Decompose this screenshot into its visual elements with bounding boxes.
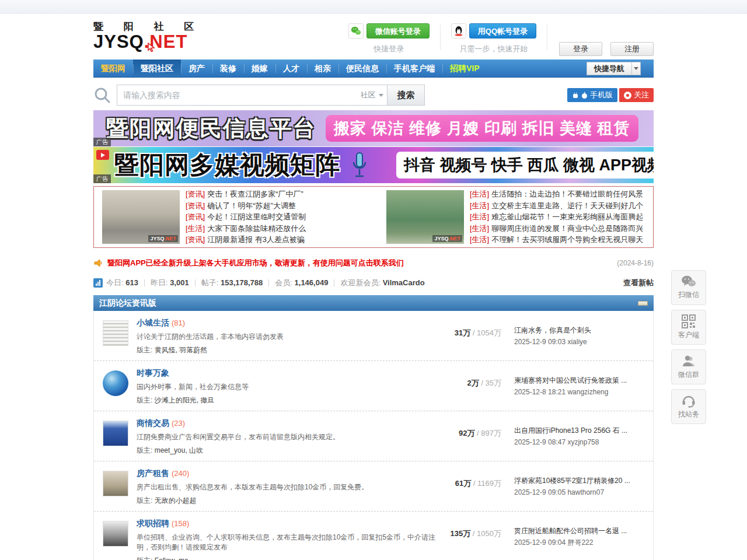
forum-description: 国内外时事，新闻，社会万象信息等: [137, 382, 438, 392]
forum-description: 讨论关于江阴的生活话题，非本地内容请勿发表: [137, 332, 438, 342]
nav-item-zhuangxiu[interactable]: 装修: [212, 60, 244, 77]
stat-members: 会员: 1,146,049: [275, 278, 328, 288]
site-logo[interactable]: 暨 阳 社 区 JYSQ.NET: [93, 20, 203, 51]
forum-row-xiaochengshenghuo[interactable]: 小城生活(81) 讨论关于江阴的生活话题，非本地内容请勿发表 版主: 黄风怪, …: [94, 311, 653, 361]
nav-item-hunjia[interactable]: 婚嫁: [244, 60, 275, 77]
wechat-login-hint: 快捷登录: [348, 44, 430, 54]
news-link[interactable]: [生活]聊聊周庄街道的发展！商业中心总是随路而兴: [470, 223, 661, 235]
forum-stats-bar: 今日: 613 昨日: 3,001 帖子: 153,178,788 会员: 1,…: [93, 276, 654, 289]
forum-title[interactable]: 小城生活(81): [137, 318, 438, 328]
news-link[interactable]: [资讯]突击！夜查江阴多家“厂中厂”: [186, 188, 381, 200]
contact-staff-button[interactable]: 找站务: [671, 389, 706, 424]
forum-icon-people: [103, 521, 128, 547]
news-link[interactable]: [生活]立交桥主车道里走路、逆行！天天碰到好几个: [470, 200, 661, 212]
news-link[interactable]: [资讯]江阴最新通报 有3人差点被骗: [186, 234, 381, 246]
qrcode-icon: [682, 314, 696, 328]
announcement-text[interactable]: 暨阳网APP已经全新升级上架各大手机应用市场，敬请更新，有使用问题可点击联系我们: [107, 258, 404, 268]
stat-yesterday: 昨日: 3,001: [151, 278, 189, 288]
nav-item-jysq[interactable]: 暨阳社区: [133, 60, 181, 77]
ad-banner-convenience[interactable]: 暨阳网便民信息平台 搬家 保洁 维修 月嫂 印刷 拆旧 美缝 租赁 广告: [93, 110, 654, 146]
nav-item-bianmin[interactable]: 便民信息: [338, 60, 386, 77]
search-input[interactable]: [117, 85, 357, 105]
quick-nav-button[interactable]: 快捷导航: [587, 62, 641, 75]
forum-row-fangchanzushou[interactable]: 房产租售(240) 房产出租出售、求购信息发布，本版发布主题每次扣除10金币，回…: [94, 461, 653, 512]
forum-title[interactable]: 时事万象: [137, 368, 438, 379]
search-scope-dropdown[interactable]: 社区: [357, 85, 387, 105]
news-link[interactable]: [资讯]确认了！明年“苏超”大调整: [186, 200, 381, 212]
chevron-down-icon[interactable]: [632, 62, 641, 75]
forum-lastpost[interactable]: 柬埔寨将对中国公民试行免签政策 ... 2025-12-8 18:21 wang…: [514, 368, 644, 405]
forum-title[interactable]: 房产租售(240): [137, 468, 438, 479]
forum-row-shishiwanxiang[interactable]: 时事万象 国内外时事，新闻，社会万象信息等 版主: 沙滩上的阳光, 撒旦 2万 …: [94, 361, 653, 411]
qq-icon: [451, 23, 466, 38]
ad-tag: 广告: [93, 174, 111, 183]
banner1-items: 搬家 保洁 维修 月嫂 印刷 拆旧 美缝 租赁: [326, 115, 638, 142]
follow-weibo-button[interactable]: 关注: [619, 88, 654, 102]
forum-list: 小城生活(81) 讨论关于江阴的生活话题，非本地内容请勿发表 版主: 黄风怪, …: [93, 311, 654, 560]
forum-moderators: 版主: 沙滩上的阳光, 撒旦: [137, 396, 438, 405]
forum-lastpost[interactable]: 浮桥家苑10楼85平2室1厅精装修20 ... 2025-12-9 09:05 …: [514, 468, 644, 506]
nav-item-zhaopin-vip[interactable]: 招聘VIP: [442, 60, 487, 77]
login-area: 微信账号登录 快捷登录 用QQ帐号登录 只需一步，快速开始 登录 注册: [338, 23, 654, 56]
stat-newest-member[interactable]: 欢迎新会员: VilmaCardo: [340, 278, 424, 288]
wechat-login-button[interactable]: 微信账号登录: [366, 23, 430, 38]
forum-stats: 61万 / 1169万: [438, 468, 514, 506]
logo-english: JYSQ.NET: [93, 33, 203, 51]
news-section: JYSQ.NET [资讯]突击！夜查江阴多家“厂中厂” [资讯]确认了！明年“苏…: [93, 186, 654, 248]
forum-row-qiuzhizhaopin[interactable]: 求职招聘(158) 单位招聘、企业咨询、个人求职等相关信息，发布主题每次扣除10…: [94, 512, 653, 560]
ad-banner-video-matrix[interactable]: 暨阳网多媒视频矩阵 抖音 视频号 快手 西瓜 微视 APP视频 广告: [93, 147, 654, 183]
view-new-posts-link[interactable]: 查看新帖: [623, 278, 654, 288]
banner1-title: 暨阳网便民信息平台: [106, 114, 316, 144]
news-link[interactable]: [生活]不理解！去买羽绒服两个导购全程无视只聊天: [470, 234, 661, 246]
scan-wechat-button[interactable]: 扫微信: [671, 270, 706, 305]
forum-stats: 135万 / 1050万: [438, 519, 514, 560]
forum-icon-newspaper: [103, 320, 128, 346]
forum-row-shangqingjiaoyi[interactable]: 商情交易(23) 江阴免费商业广告和闲置交易平台，发布前请留意版内相关规定。 版…: [94, 411, 653, 461]
microphone-icon: [351, 152, 368, 178]
wechat-group-button[interactable]: 微信群: [671, 349, 706, 384]
news-link[interactable]: [资讯]今起！江阴这里临时交通管制: [186, 211, 381, 223]
forum-moderators: 版主: meet_you, 山吹: [137, 446, 438, 456]
watermark: JYSQ.NET: [432, 235, 462, 242]
nav-item-jyw[interactable]: 暨阳网: [93, 60, 133, 77]
news-thumbnail-factory[interactable]: JYSQ.NET: [102, 190, 180, 244]
ad-tag: 广告: [93, 138, 111, 146]
qq-login-button[interactable]: 用QQ帐号登录: [469, 23, 536, 38]
wechat-icon: [348, 23, 364, 38]
wechat-icon: [681, 275, 696, 288]
nav-item-mobile-client[interactable]: 手机客户端: [386, 60, 442, 77]
login-button[interactable]: 登录: [559, 42, 602, 56]
group-icon: [681, 354, 696, 368]
forum-lastpost[interactable]: 江南水务，你真是个刺头 2025-12-9 09:03 xialiye: [514, 318, 644, 355]
forum-category-header: 江阴论坛资讯版: [93, 295, 654, 311]
search-icon: [93, 86, 111, 104]
register-button[interactable]: 注册: [610, 42, 654, 56]
forum-stats: 31万 / 1054万: [438, 318, 514, 355]
forum-title[interactable]: 求职招聘(158): [137, 519, 438, 529]
page-container: 暨 阳 社 区 JYSQ.NET 微信账号登录 快捷登录: [93, 0, 654, 560]
announcement-bar: 暨阳网APP已经全新升级上架各大手机应用市场，敬请更新，有使用问题可点击联系我们…: [93, 256, 654, 270]
nav-item-fangchan[interactable]: 房产: [181, 60, 212, 77]
forum-title[interactable]: 商情交易(23): [137, 418, 438, 429]
forum-lastpost[interactable]: 贯庄附近船舶配件公司招聘一名退 ... 2025-12-9 09:04 胖哥22…: [514, 519, 644, 560]
weibo-icon: [624, 92, 631, 99]
news-link[interactable]: [生活]难忘釜山烟花节！一束束光彩绚丽从海面腾起: [470, 211, 661, 223]
search-button[interactable]: 搜索: [387, 85, 424, 105]
forum-lastpost[interactable]: 出自用国行iPhone13 Pro 256G 石 ... 2025-12-9 0…: [514, 418, 644, 456]
forum-moderators: 版主: 无敌的小超超: [137, 496, 438, 506]
unread-count: (158): [172, 519, 189, 528]
client-qrcode-button[interactable]: 客户端: [671, 310, 706, 345]
news-link[interactable]: [生活]生活随拍：边走边拍！不要错过眼前任何风景: [470, 188, 661, 200]
nav-item-xiangqin[interactable]: 相亲: [307, 60, 338, 77]
nav-item-rencai[interactable]: 人才: [275, 60, 307, 77]
mobile-version-button[interactable]: 手机版: [567, 88, 617, 102]
collapse-icon[interactable]: [638, 301, 648, 306]
stat-today: 今日: 613: [106, 278, 138, 288]
news-list-left: [资讯]突击！夜查江阴多家“厂中厂” [资讯]确认了！明年“苏超”大调整 [资讯…: [186, 188, 381, 246]
android-icon: [572, 92, 579, 99]
news-link[interactable]: [生活]大家下面条除盐味精还放什么: [186, 223, 381, 235]
news-thumbnail-river[interactable]: JYSQ.NET: [386, 190, 464, 244]
qq-login-group: 用QQ帐号登录 只需一步，快速开始: [441, 23, 547, 54]
divider: [547, 24, 547, 50]
forum-panel: 江阴论坛资讯版 小城生活(81) 讨论关于江阴的生活话题，非本地内容请勿发表 版…: [93, 295, 654, 560]
